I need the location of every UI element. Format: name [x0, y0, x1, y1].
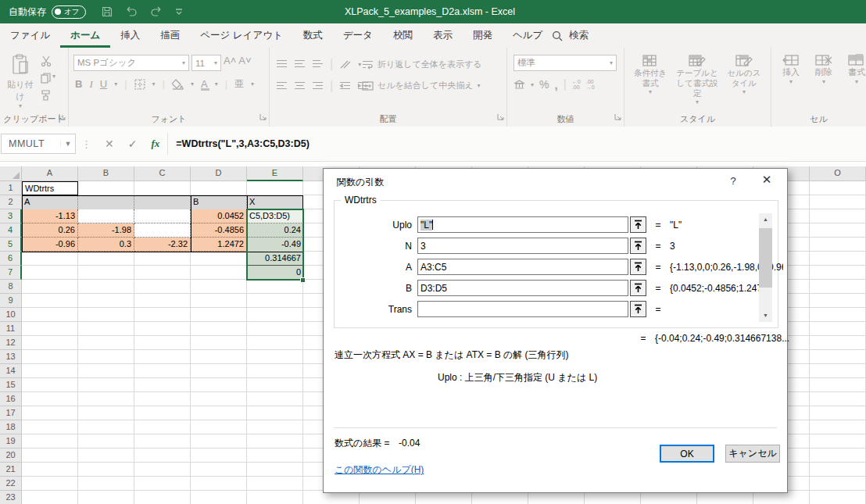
- row-header-4[interactable]: 4: [0, 223, 22, 238]
- row-header-8[interactable]: 8: [0, 280, 22, 294]
- fill-handle[interactable]: [300, 277, 306, 283]
- font-name-combo[interactable]: MS Pゴシック▾: [73, 55, 189, 71]
- cell-A2[interactable]: A: [22, 195, 78, 209]
- formula-input[interactable]: =WDtrtrs("L",3,A3:C5,D3:D5): [176, 138, 310, 149]
- cell-A5[interactable]: -0.96: [22, 238, 78, 252]
- scrollbar-down-icon[interactable]: ▼: [759, 309, 772, 322]
- tab-描画[interactable]: 描画: [150, 23, 190, 48]
- delete-cells-button[interactable]: 削除▾: [809, 54, 839, 85]
- column-header-B[interactable]: B: [78, 166, 134, 181]
- cell-C2[interactable]: [134, 195, 191, 209]
- tab-開発[interactable]: 開発: [463, 23, 503, 48]
- scrollbar-thumb[interactable]: [759, 228, 772, 288]
- cell-E3[interactable]: C5,D3:D5): [247, 209, 303, 223]
- borders-icon[interactable]: [134, 79, 145, 90]
- align-top-icon[interactable]: [276, 59, 288, 69]
- row-header-16[interactable]: 16: [0, 392, 22, 406]
- row-header-5[interactable]: 5: [0, 238, 22, 252]
- tab-ファイル[interactable]: ファイル: [0, 23, 60, 48]
- search-box[interactable]: 検索: [552, 23, 589, 48]
- row-header-20[interactable]: 20: [0, 449, 22, 463]
- comma-style-icon[interactable]: ,: [554, 78, 557, 91]
- column-header-D[interactable]: D: [191, 166, 247, 181]
- cut-icon[interactable]: [41, 55, 52, 66]
- cancel-entry-icon[interactable]: ✕: [105, 138, 114, 150]
- align-left-icon[interactable]: [276, 81, 288, 91]
- tab-表示[interactable]: 表示: [423, 23, 463, 48]
- row-header-22[interactable]: 22: [0, 477, 22, 491]
- clipboard-dialog-launcher-icon[interactable]: [59, 109, 66, 123]
- fill-color-icon[interactable]: [172, 79, 184, 90]
- collapse-dialog-button-a[interactable]: [630, 259, 646, 275]
- decrease-font-icon[interactable]: A˅: [238, 55, 251, 71]
- align-right-icon[interactable]: [312, 81, 324, 91]
- field-input-uplo[interactable]: "L": [417, 216, 628, 233]
- wrap-text-label[interactable]: 折り返して全体を表示する: [378, 59, 482, 70]
- row-header-23[interactable]: 23: [0, 491, 22, 504]
- row-header-14[interactable]: 14: [0, 364, 22, 378]
- field-input-b[interactable]: D3:D5: [417, 280, 628, 296]
- row-header-11[interactable]: 11: [0, 322, 22, 336]
- field-input-a[interactable]: A3:C5: [417, 259, 628, 275]
- column-header-C[interactable]: C: [134, 166, 191, 181]
- cell-E7[interactable]: 0: [247, 266, 303, 280]
- cell-D5[interactable]: 1.2472: [191, 238, 247, 252]
- collapse-dialog-button-b[interactable]: [630, 280, 646, 296]
- cell-B4[interactable]: -1.98: [78, 223, 134, 238]
- font-dialog-launcher-icon[interactable]: [259, 109, 267, 123]
- row-header-21[interactable]: 21: [0, 463, 22, 477]
- field-input-n[interactable]: 3: [417, 238, 628, 254]
- ok-button[interactable]: OK: [660, 445, 714, 463]
- dialog-help-icon[interactable]: ?: [726, 175, 740, 187]
- paste-dropdown-icon[interactable]: ▾: [5, 102, 36, 109]
- phonetic-icon[interactable]: 亜: [234, 77, 244, 91]
- cell-A3[interactable]: -1.13: [22, 209, 78, 223]
- cell-B2[interactable]: [78, 195, 134, 209]
- orientation-icon[interactable]: [339, 59, 352, 70]
- tab-データ[interactable]: データ: [333, 23, 383, 48]
- customize-qat-icon[interactable]: [175, 7, 183, 16]
- row-header-7[interactable]: 7: [0, 266, 22, 280]
- tab-数式[interactable]: 数式: [293, 23, 333, 48]
- scrollbar-up-icon[interactable]: ▲: [759, 213, 772, 226]
- confirm-entry-icon[interactable]: ✓: [128, 138, 138, 150]
- insert-cells-button[interactable]: 挿入▾: [776, 54, 806, 85]
- tab-ヘルプ[interactable]: ヘルプ: [503, 23, 553, 48]
- font-size-combo[interactable]: 11▾: [191, 55, 221, 71]
- row-header-12[interactable]: 12: [0, 336, 22, 350]
- italic-button[interactable]: I: [89, 78, 92, 91]
- column-header-O[interactable]: O: [810, 166, 866, 181]
- merge-center-label[interactable]: セルを結合して中央揃え: [378, 80, 474, 91]
- row-header-17[interactable]: 17: [0, 406, 22, 420]
- dialog-close-icon[interactable]: ✕: [758, 173, 775, 187]
- collapse-dialog-button-n[interactable]: [630, 238, 646, 254]
- cell-C5[interactable]: -2.32: [134, 238, 191, 252]
- cell-A1[interactable]: WDtrtrs: [22, 181, 78, 195]
- align-center-icon[interactable]: [294, 81, 306, 91]
- row-header-3[interactable]: 3: [0, 209, 22, 223]
- row-header-2[interactable]: 2: [0, 195, 22, 209]
- increase-font-icon[interactable]: A˄: [224, 55, 236, 71]
- cell-E2[interactable]: X: [247, 195, 303, 209]
- cell-B3[interactable]: [78, 209, 134, 223]
- insert-function-icon[interactable]: fx: [151, 138, 159, 150]
- merge-center-icon[interactable]: [362, 81, 374, 91]
- tab-ホーム[interactable]: ホーム: [60, 23, 110, 48]
- cell-A4[interactable]: 0.26: [22, 223, 78, 238]
- number-dialog-launcher-icon[interactable]: [614, 109, 621, 123]
- align-bottom-icon[interactable]: [312, 59, 324, 69]
- accounting-format-icon[interactable]: [514, 80, 525, 90]
- row-header-15[interactable]: 15: [0, 378, 22, 392]
- tab-挿入[interactable]: 挿入: [110, 23, 150, 48]
- column-header-E[interactable]: E: [247, 166, 303, 181]
- cell-E5[interactable]: -0.49: [247, 238, 303, 252]
- collapse-dialog-button-uplo[interactable]: [630, 216, 646, 233]
- bold-button[interactable]: B: [75, 78, 82, 90]
- dialog-scrollbar[interactable]: ▲ ▼: [759, 213, 772, 322]
- collapse-dialog-button-trans[interactable]: [630, 301, 646, 317]
- copy-button[interactable]: ▾: [41, 73, 55, 84]
- save-icon[interactable]: [102, 6, 113, 17]
- row-header-10[interactable]: 10: [0, 308, 22, 322]
- cell-D4[interactable]: -0.4856: [191, 223, 247, 238]
- redo-icon[interactable]: [150, 6, 163, 17]
